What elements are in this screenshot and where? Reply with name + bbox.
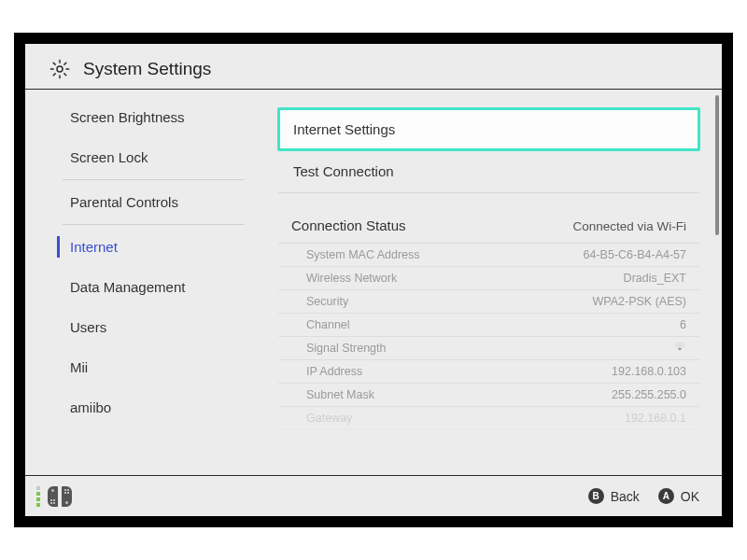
status-label: Channel [306,318,350,331]
screen: System Settings Screen Brightness Screen… [25,44,722,516]
joycon-right-icon [62,486,72,507]
status-label: Gateway [306,412,352,425]
connection-status-value: Connected via Wi-Fi [572,219,686,233]
sidebar-item-parental-controls[interactable]: Parental Controls [25,182,245,222]
controller-indicator [36,486,72,507]
scrollbar[interactable] [715,95,719,235]
sidebar-item-users[interactable]: Users [25,307,245,347]
a-button-icon: A [658,488,674,504]
svg-line-5 [53,63,55,64]
status-row-ip: IP Address 192.168.0.103 [278,360,699,384]
status-row-mac: System MAC Address 64-B5-C6-B4-A4-57 [278,244,699,267]
main-panel: Internet Settings Test Connection Connec… [245,90,722,475]
status-label: Wireless Network [306,272,397,285]
wifi-icon [673,342,686,355]
back-button[interactable]: B Back [588,488,640,504]
status-row-gateway: Gateway 192.168.0.1 [278,407,699,430]
status-label: Security [306,295,348,308]
connection-status-label: Connection Status [291,217,406,233]
ok-label: OK [681,489,699,504]
sidebar-divider [63,179,245,180]
connection-status-header[interactable]: Connection Status Connected via Wi-Fi [278,206,699,244]
option-internet-settings[interactable]: Internet Settings [278,108,699,150]
player-led-icon [36,486,40,507]
console-frame: System Settings Screen Brightness Screen… [14,33,733,527]
status-value: 192.168.0.1 [625,412,686,425]
sidebar-item-screen-lock[interactable]: Screen Lock [25,137,245,177]
status-row-channel: Channel 6 [278,314,699,337]
status-value: 6 [680,318,686,331]
sidebar-item-screen-brightness[interactable]: Screen Brightness [25,97,245,137]
option-test-connection[interactable]: Test Connection [278,150,699,193]
status-row-security: Security WPA2-PSK (AES) [278,290,699,314]
b-button-icon: B [588,488,604,504]
status-label: IP Address [306,365,362,378]
status-value: Dradis_EXT [624,272,686,285]
gear-icon [49,59,70,79]
body: Screen Brightness Screen Lock Parental C… [25,90,722,475]
status-row-wireless: Wireless Network Dradis_EXT [278,267,699,290]
footer-bar: B Back A OK [25,475,722,516]
status-label: Signal Strength [306,342,386,355]
status-value: WPA2-PSK (AES) [593,295,686,308]
sidebar: Screen Brightness Screen Lock Parental C… [25,90,245,475]
svg-line-6 [64,74,66,76]
sidebar-item-internet[interactable]: Internet [25,227,245,267]
status-label: System MAC Address [306,248,420,261]
header-bar: System Settings [25,44,722,90]
back-label: Back [611,489,640,504]
status-row-subnet: Subnet Mask 255.255.255.0 [278,384,699,407]
sidebar-item-data-management[interactable]: Data Management [25,267,245,307]
status-value: 192.168.0.103 [612,365,686,378]
page-title: System Settings [83,59,211,79]
status-value: 255.255.255.0 [612,388,686,401]
status-row-signal: Signal Strength [278,337,699,360]
sidebar-divider [63,224,245,225]
ok-button[interactable]: A OK [658,488,699,504]
status-value: 64-B5-C6-B4-A4-57 [584,248,686,261]
status-label: Subnet Mask [306,388,374,401]
spacer [278,193,699,206]
svg-line-7 [53,74,55,76]
sidebar-item-amiibo[interactable]: amiibo [25,387,245,427]
svg-point-0 [57,66,63,72]
sidebar-item-mii[interactable]: Mii [25,347,245,387]
joycon-left-icon [48,486,58,507]
svg-line-8 [64,63,66,64]
